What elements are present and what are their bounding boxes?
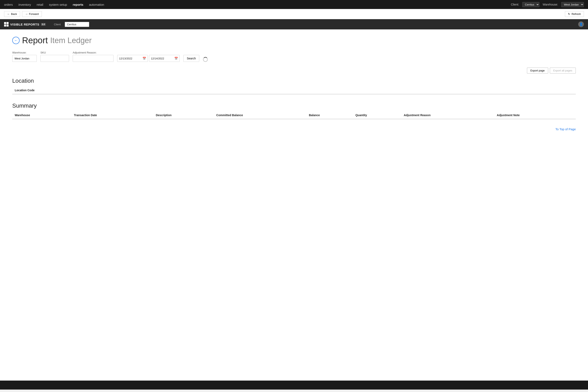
adjustment-filter-group: Adjustment Reason:: [73, 51, 114, 62]
report-back-button[interactable]: ←: [12, 37, 20, 44]
back-arrow-icon: ←: [7, 12, 10, 16]
warehouse-filter-label: Warehouse:: [12, 51, 37, 54]
calendar-from-icon[interactable]: 📅: [142, 57, 146, 60]
nav-system-setup[interactable]: system setup: [49, 3, 67, 6]
nav-links: orders inventory retail system setup rep…: [4, 3, 104, 6]
logo-version: 3.0: [41, 23, 46, 26]
date-to-field[interactable]: 12/14/2022 📅: [149, 55, 180, 62]
summary-section: Summary Warehouse Transaction Date Descr…: [12, 102, 576, 119]
top-nav-right: Client: Cerritus Warehouse: West Jordan: [511, 2, 584, 7]
toolbar-left: ← Back → Forward: [4, 11, 42, 17]
export-all-button[interactable]: Export all pages: [550, 68, 576, 74]
summary-header-row: Warehouse Transaction Date Description C…: [12, 112, 576, 119]
summary-table: Warehouse Transaction Date Description C…: [12, 112, 576, 119]
warehouse-filter-input[interactable]: [12, 55, 37, 62]
summary-description-header: Description: [153, 112, 214, 119]
nav-reports[interactable]: reports: [73, 3, 83, 6]
refresh-icon: ↻: [568, 12, 570, 16]
back-label: Back: [11, 12, 17, 16]
sku-filter-input[interactable]: [40, 55, 69, 62]
sku-filter-group: SKU: [40, 51, 69, 62]
nav-inventory[interactable]: inventory: [18, 3, 31, 6]
logo: VISIBLE REPORTS 3.0: [4, 22, 46, 26]
adjustment-filter-label: Adjustment Reason:: [73, 51, 114, 54]
date-from-value: 12/13/2022: [119, 57, 132, 60]
search-button[interactable]: Search: [183, 55, 199, 62]
header-client-label: Client: [54, 23, 61, 26]
client-label: Client:: [511, 3, 519, 6]
location-header-row: Location Code: [12, 86, 576, 94]
bottom-bar: [0, 380, 588, 390]
main-content: ← Report Item Ledger Warehouse: SKU Adju…: [0, 30, 588, 380]
logo-text: VISIBLE REPORTS: [10, 23, 40, 26]
location-section: Location Location Code: [12, 78, 576, 94]
location-table-head: Location Code: [12, 86, 576, 94]
date-to-value: 12/14/2022: [151, 57, 164, 60]
toolbar: ← Back → Forward ↻ Refresh: [0, 9, 588, 19]
summary-transaction-date-header: Transaction Date: [72, 112, 153, 119]
top-navigation: orders inventory retail system setup rep…: [0, 0, 588, 9]
location-code-header: Location Code: [12, 86, 576, 94]
location-table: Location Code: [12, 86, 576, 94]
header-bar: VISIBLE REPORTS 3.0 Client 👤: [0, 19, 588, 30]
summary-section-title: Summary: [12, 102, 576, 109]
loading-spinner: [203, 57, 208, 62]
header-client-input[interactable]: [65, 22, 89, 27]
summary-warehouse-header: Warehouse: [12, 112, 72, 119]
export-row: Export page Export all pages: [12, 68, 576, 74]
forward-arrow-icon: →: [25, 12, 28, 16]
to-top-row: To Top of Page: [12, 125, 576, 131]
report-title-row: ← Report Item Ledger: [12, 36, 576, 45]
export-page-button[interactable]: Export page: [527, 68, 548, 74]
report-subtitle: Item Ledger: [50, 36, 92, 45]
forward-button[interactable]: → Forward: [22, 11, 42, 17]
nav-automation[interactable]: automation: [89, 3, 104, 6]
nav-orders[interactable]: orders: [4, 3, 13, 6]
warehouse-select[interactable]: West Jordan: [561, 2, 584, 7]
sku-filter-label: SKU: [40, 51, 69, 54]
warehouse-label: Warehouse:: [543, 3, 558, 6]
calendar-to-icon[interactable]: 📅: [174, 57, 178, 60]
filter-row: Warehouse: SKU Adjustment Reason: 12/13/…: [12, 51, 576, 62]
to-top-link[interactable]: To Top of Page: [555, 128, 576, 131]
report-title: Report: [22, 36, 48, 45]
forward-label: Forward: [29, 12, 39, 16]
date-range-row: 12/13/2022 📅 12/14/2022 📅: [117, 55, 180, 62]
date-from-field[interactable]: 12/13/2022 📅: [117, 55, 148, 62]
summary-adjustment-reason-header: Adjustment Reason: [402, 112, 494, 119]
refresh-button[interactable]: ↻ Refresh: [565, 11, 584, 17]
nav-retail[interactable]: retail: [36, 3, 43, 6]
summary-table-head: Warehouse Transaction Date Description C…: [12, 112, 576, 119]
date-filter-group: 12/13/2022 📅 12/14/2022 📅: [117, 55, 180, 62]
refresh-label: Refresh: [572, 12, 581, 16]
summary-adjustment-note-header: Adjustment Note: [494, 112, 576, 119]
logo-icon: [4, 22, 8, 26]
summary-committed-balance-header: Committed Balance: [214, 112, 306, 119]
warehouse-filter-group: Warehouse:: [12, 51, 37, 62]
user-icon[interactable]: 👤: [578, 22, 584, 27]
summary-quantity-header: Quantity: [353, 112, 402, 119]
location-section-title: Location: [12, 78, 576, 84]
back-button[interactable]: ← Back: [4, 11, 20, 17]
client-select[interactable]: Cerritus: [522, 2, 540, 7]
adjustment-filter-input[interactable]: [73, 55, 114, 62]
summary-balance-header: Balance: [306, 112, 353, 119]
